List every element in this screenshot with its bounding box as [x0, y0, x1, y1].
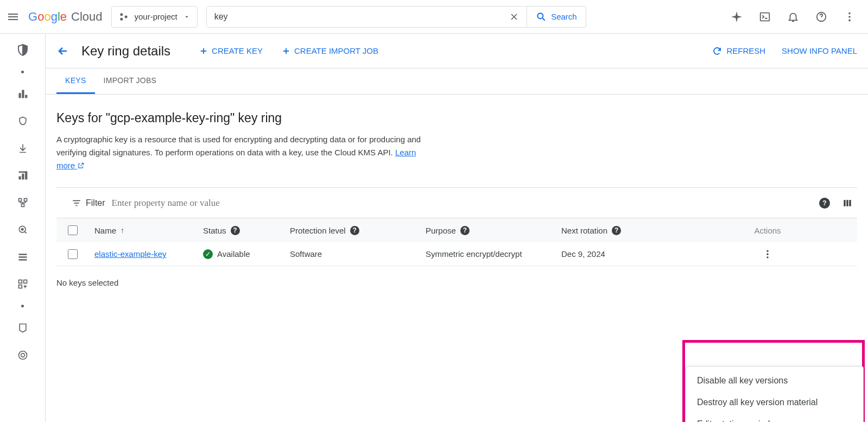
cloud-shell-icon[interactable] [758, 10, 771, 23]
clear-search-icon[interactable] [502, 7, 527, 27]
section-heading: Keys for "gcp-example-key-ring" key ring [56, 111, 857, 125]
hamburger-menu-icon[interactable] [7, 10, 20, 23]
svg-rect-29 [844, 200, 845, 206]
svg-rect-13 [22, 174, 24, 180]
filter-help-icon[interactable]: ? [819, 198, 830, 209]
row-checkbox[interactable] [68, 249, 78, 259]
nav-item-10[interactable] [16, 349, 29, 362]
nav-item-2[interactable] [16, 115, 29, 128]
svg-point-7 [848, 16, 851, 18]
svg-point-20 [21, 229, 23, 230]
nav-separator [21, 71, 24, 73]
table-row: elastic-example-key ✓Available Software … [56, 242, 857, 266]
nav-item-3[interactable] [16, 142, 29, 155]
desc-text: A cryptographic key is a resource that i… [56, 135, 421, 157]
col-name[interactable]: Name [94, 226, 116, 235]
svg-rect-17 [24, 199, 27, 201]
table-header: Name↑ Status? Protection level? Purpose?… [56, 218, 857, 242]
sort-ascending-icon[interactable]: ↑ [121, 226, 124, 235]
svg-rect-15 [18, 172, 27, 173]
nav-item-9[interactable] [16, 322, 29, 335]
tabs: KEYS IMPORT JOBS [46, 68, 868, 95]
show-info-label: SHOW INFO PANEL [782, 46, 857, 55]
protection-help-icon[interactable]: ? [350, 226, 359, 235]
purpose-help-icon[interactable]: ? [460, 226, 470, 235]
search-button-label: Search [551, 12, 577, 21]
tab-keys[interactable]: KEYS [56, 68, 95, 94]
search-button[interactable]: Search [527, 7, 586, 27]
svg-point-0 [120, 13, 123, 16]
row-actions-menu: Disable all key versions Destroy all key… [686, 366, 864, 422]
key-name-link[interactable]: elastic-example-key [94, 249, 167, 259]
search-box: Search [206, 6, 586, 28]
svg-rect-12 [18, 177, 21, 180]
svg-point-27 [18, 351, 27, 360]
col-status[interactable]: Status [203, 226, 226, 235]
refresh-button[interactable]: REFRESH [712, 46, 765, 56]
select-all-checkbox[interactable] [68, 225, 78, 235]
section-description: A cryptographic key is a resource that i… [56, 133, 426, 172]
google-cloud-logo[interactable]: Google Cloud [28, 10, 103, 24]
logo-suffix: Cloud [71, 10, 102, 24]
menu-edit-rotation[interactable]: Edit rotation period [686, 413, 863, 422]
menu-disable-versions[interactable]: Disable all key versions [686, 370, 863, 392]
project-picker[interactable]: your-project [111, 6, 198, 28]
nav-item-4[interactable] [16, 169, 29, 182]
selection-status: No keys selected [56, 278, 857, 287]
top-utility-icons [730, 10, 861, 23]
show-info-panel-button[interactable]: SHOW INFO PANEL [782, 46, 857, 56]
col-purpose[interactable]: Purpose [426, 226, 456, 235]
nav-item-7[interactable] [16, 250, 29, 263]
create-import-job-label: CREATE IMPORT JOB [294, 46, 378, 55]
protection-text: Software [290, 249, 426, 259]
filter-icon [72, 198, 81, 208]
svg-point-33 [766, 253, 768, 255]
nav-item-8[interactable] [16, 278, 29, 291]
top-bar: Google Cloud your-project Search [0, 0, 868, 34]
status-ok-icon: ✓ [203, 249, 213, 259]
security-icon[interactable] [16, 43, 29, 56]
more-icon[interactable] [843, 10, 856, 23]
svg-point-6 [848, 12, 851, 14]
refresh-label: REFRESH [726, 46, 765, 55]
notifications-icon[interactable] [787, 10, 800, 23]
back-arrow-icon[interactable] [56, 45, 69, 58]
purpose-text: Symmetric encrypt/decrypt [426, 249, 561, 259]
rotation-text: Dec 9, 2024 [561, 249, 683, 259]
svg-rect-22 [18, 256, 27, 258]
filter-label: Filter [86, 198, 105, 208]
columns-icon[interactable] [842, 198, 853, 209]
rotation-help-icon[interactable]: ? [612, 226, 621, 235]
gemini-icon[interactable] [730, 10, 743, 23]
row-actions-icon[interactable] [759, 249, 776, 260]
nav-item-5[interactable] [16, 196, 29, 209]
svg-rect-4 [761, 12, 770, 21]
status-text: Available [217, 249, 250, 259]
create-import-job-button[interactable]: CREATE IMPORT JOB [281, 46, 378, 56]
create-key-button[interactable]: CREATE KEY [199, 46, 263, 56]
tab-import-jobs[interactable]: IMPORT JOBS [95, 68, 166, 94]
svg-rect-26 [18, 285, 22, 288]
help-icon[interactable] [815, 10, 828, 23]
nav-item-6[interactable] [16, 223, 29, 236]
col-next-rotation[interactable]: Next rotation [561, 226, 607, 235]
svg-point-34 [766, 256, 768, 258]
svg-rect-25 [23, 280, 27, 284]
filter-input[interactable] [112, 198, 813, 209]
nav-separator [21, 305, 24, 307]
menu-destroy-material[interactable]: Destroy all key version material [686, 392, 863, 413]
project-name: your-project [135, 12, 178, 21]
svg-point-8 [848, 19, 851, 21]
svg-rect-24 [18, 280, 22, 284]
svg-rect-30 [846, 200, 848, 206]
status-help-icon[interactable]: ? [231, 226, 240, 235]
nav-item-1[interactable] [16, 87, 29, 100]
svg-point-28 [21, 354, 24, 357]
svg-rect-10 [22, 90, 24, 98]
content-area: Keys for "gcp-example-key-ring" key ring… [46, 95, 868, 298]
col-protection[interactable]: Protection level [290, 226, 346, 235]
filter-label-group: Filter [56, 198, 105, 208]
svg-point-1 [120, 17, 123, 20]
search-input[interactable] [207, 7, 502, 27]
svg-point-32 [766, 250, 768, 251]
